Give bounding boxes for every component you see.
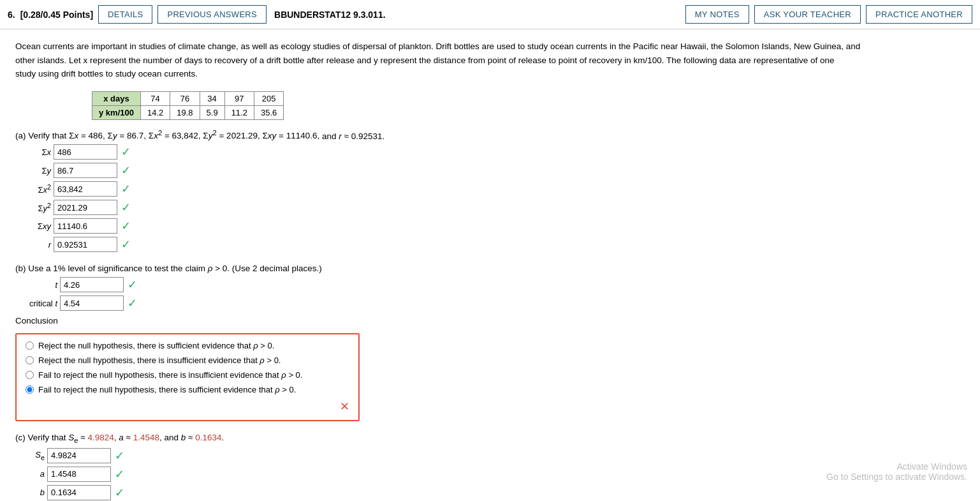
- se-row: Se ✓: [15, 448, 965, 463]
- intro-line2: other islands. Let x represent the numbe…: [15, 56, 834, 65]
- practice-another-button[interactable]: PRACTICE ANOTHER: [866, 5, 972, 24]
- y-val-5: 35.6: [254, 105, 283, 119]
- ask-teacher-button[interactable]: ASK YOUR TEACHER: [754, 5, 861, 24]
- conclusion-radio-3[interactable]: [26, 371, 34, 379]
- previous-answers-button[interactable]: PREVIOUS ANSWERS: [157, 5, 267, 24]
- sigma-x-label: Σx: [15, 147, 54, 157]
- intro-line3: study using drift bottles to study ocean…: [15, 69, 198, 79]
- r-input[interactable]: [54, 237, 117, 252]
- x-mark-icon: ✕: [340, 400, 349, 413]
- conclusion-x-mark: ✕: [26, 400, 349, 414]
- points-label: [0.28/0.45 Points]: [20, 10, 93, 20]
- sigma-x-input[interactable]: [54, 144, 117, 160]
- sigma-y2-check: ✓: [121, 200, 131, 214]
- r-row: r ✓: [15, 237, 965, 252]
- intro-line1: Ocean currents are important in studies …: [15, 41, 860, 51]
- x-val-4: 97: [224, 91, 254, 105]
- page-header: 6. [0.28/0.45 Points] DETAILS PREVIOUS A…: [0, 0, 980, 29]
- conclusion-radio-1[interactable]: [26, 341, 34, 350]
- sigma-y2-input[interactable]: [54, 200, 117, 215]
- sigma-y2-row: Σy2 ✓: [15, 200, 965, 215]
- t-input[interactable]: [60, 277, 124, 292]
- b-check: ✓: [115, 486, 124, 500]
- x-val-1: 74: [140, 91, 170, 105]
- sigma-y-label: Σy: [15, 166, 54, 176]
- critical-t-input[interactable]: [60, 295, 124, 311]
- b-row: b ✓: [15, 485, 965, 500]
- y-val-1: 14.2: [140, 105, 170, 119]
- r-label: r: [15, 240, 54, 250]
- b-label: b: [15, 488, 47, 497]
- critical-t-check: ✓: [128, 296, 137, 310]
- conclusion-option-2: Reject the null hypothesis, there is ins…: [26, 355, 349, 365]
- y-km-header: y km/100: [92, 105, 141, 119]
- conclusion-box: Reject the null hypothesis, there is suf…: [15, 333, 360, 421]
- sigma-x2-check: ✓: [121, 182, 131, 196]
- sigma-x-row: Σx ✓: [15, 144, 965, 160]
- sigma-y-check: ✓: [121, 163, 131, 177]
- conclusion-label: Conclusion: [15, 316, 965, 325]
- my-notes-button[interactable]: MY NOTES: [685, 5, 749, 24]
- part-c-section: (c) Verify that Se ≈ 4.9824, a ≈ 1.4548,…: [15, 433, 965, 500]
- conclusion-option-4: Fail to reject the null hypothesis, ther…: [26, 385, 349, 394]
- conclusion-option-3: Fail to reject the null hypothesis, ther…: [26, 370, 349, 380]
- conclusion-option-1-label: Reject the null hypothesis, there is suf…: [38, 341, 274, 350]
- sigma-y-row: Σy ✓: [15, 163, 965, 178]
- part-a-fields: Σx ✓ Σy ✓ Σx2 ✓ Σy2 ✓ Σxy ✓ r: [15, 144, 965, 252]
- conclusion-radio-2[interactable]: [26, 356, 34, 364]
- part-b-label: (b) Use a 1% level of significance to te…: [15, 264, 965, 273]
- t-row: t ✓: [15, 277, 965, 292]
- problem-id: BBUNDERSTAT12 9.3.011.: [274, 10, 386, 20]
- conclusion-option-2-label: Reject the null hypothesis, there is ins…: [38, 355, 281, 365]
- sigma-y2-label: Σy2: [15, 202, 54, 213]
- problem-number: 6.: [8, 10, 15, 20]
- table-row-y: y km/100 14.2 19.8 5.9 11.2 35.6: [92, 105, 284, 119]
- se-check: ✓: [115, 449, 124, 463]
- intro-text: Ocean currents are important in studies …: [15, 40, 965, 81]
- critical-t-row: critical t ✓: [15, 295, 965, 311]
- x-days-header: x days: [92, 91, 141, 105]
- sigma-x-check: ✓: [121, 145, 131, 159]
- part-b-section: (b) Use a 1% level of significance to te…: [15, 264, 965, 421]
- sigma-xy-input[interactable]: [54, 218, 117, 234]
- conclusion-radio-4[interactable]: [26, 385, 34, 394]
- sigma-xy-label: Σxy: [15, 221, 54, 231]
- part-c-label: (c) Verify that Se ≈ 4.9824, a ≈ 1.4548,…: [15, 433, 965, 444]
- x-val-2: 76: [170, 91, 200, 105]
- header-right: MY NOTES ASK YOUR TEACHER PRACTICE ANOTH…: [685, 5, 972, 24]
- y-val-2: 19.8: [170, 105, 200, 119]
- details-button[interactable]: DETAILS: [98, 5, 152, 24]
- a-check: ✓: [115, 467, 124, 481]
- a-label: a: [15, 469, 47, 479]
- se-label: Se: [15, 450, 47, 461]
- sigma-x2-label: Σx2: [15, 183, 54, 195]
- table-row-x: x days 74 76 34 97 205: [92, 91, 284, 105]
- se-input[interactable]: [47, 448, 111, 463]
- a-row: a ✓: [15, 467, 965, 482]
- r-check: ✓: [121, 237, 131, 251]
- b-input[interactable]: [47, 485, 111, 500]
- data-table: x days 74 76 34 97 205 y km/100 14.2 19.…: [92, 91, 284, 120]
- sigma-x2-row: Σx2 ✓: [15, 181, 965, 197]
- sigma-y-input[interactable]: [54, 163, 117, 178]
- conclusion-option-3-label: Fail to reject the null hypothesis, ther…: [38, 370, 302, 380]
- a-input[interactable]: [47, 467, 111, 482]
- part-a-label: (a) Verify that Σx = 486, Σy = 86.7, Σx2…: [15, 129, 965, 141]
- y-val-3: 5.9: [200, 105, 224, 119]
- main-content: Ocean currents are important in studies …: [0, 29, 980, 501]
- t-label: t: [15, 280, 60, 290]
- sigma-xy-check: ✓: [121, 219, 131, 233]
- sigma-x2-input[interactable]: [54, 181, 117, 197]
- conclusion-option-4-label: Fail to reject the null hypothesis, ther…: [38, 385, 296, 394]
- conclusion-option-1: Reject the null hypothesis, there is suf…: [26, 341, 349, 350]
- header-left: 6. [0.28/0.45 Points] DETAILS PREVIOUS A…: [8, 5, 680, 24]
- x-val-5: 205: [254, 91, 283, 105]
- x-val-3: 34: [200, 91, 224, 105]
- critical-t-label: critical t: [15, 299, 60, 308]
- y-val-4: 11.2: [224, 105, 254, 119]
- t-check: ✓: [128, 278, 137, 292]
- sigma-xy-row: Σxy ✓: [15, 218, 965, 234]
